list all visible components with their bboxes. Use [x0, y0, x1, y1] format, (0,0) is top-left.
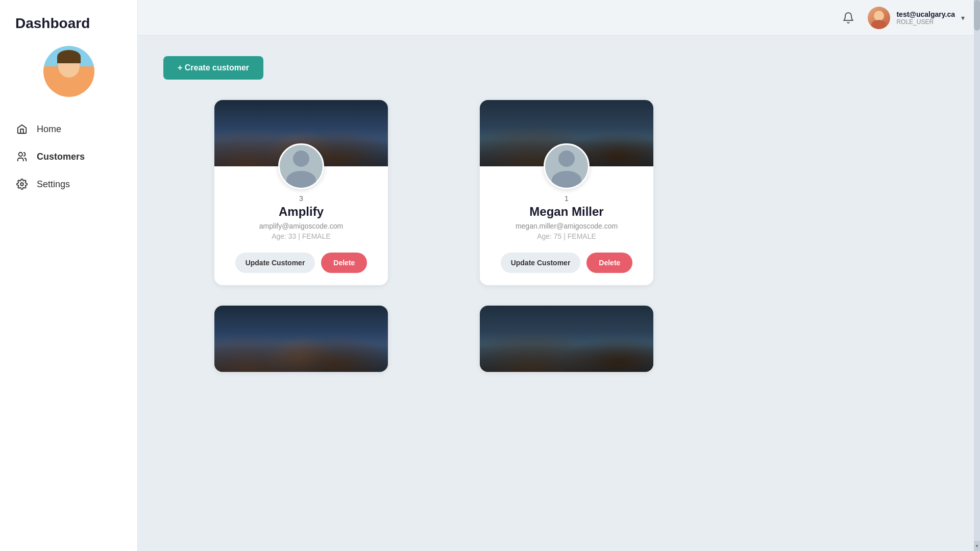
card-name-1: Megan Miller	[529, 205, 603, 219]
person-icon-0	[280, 143, 323, 189]
card-id-0: 3	[299, 194, 303, 203]
sidebar-nav: Home Customers Settings	[0, 115, 137, 198]
user-email: test@ucalgary.ca	[896, 10, 955, 18]
header: test@ucalgary.ca ROLE_USER ▾	[138, 0, 980, 36]
customer-cards-grid: 3 Amplify amplify@amigoscode.com Age: 33…	[163, 100, 954, 372]
scrollbar-thumb[interactable]	[974, 0, 980, 31]
delete-customer-button-0[interactable]: Delete	[321, 253, 367, 273]
user-info: test@ucalgary.ca ROLE_USER	[896, 10, 955, 26]
scrollbar-track: ▲ ▼	[974, 0, 980, 551]
sidebar-avatar-container	[0, 46, 137, 97]
card-meta-0: Age: 33 | FEMALE	[272, 232, 331, 240]
sidebar-item-label-customers: Customers	[37, 152, 85, 162]
customer-card-1: 1 Megan Miller megan.miller@amigoscode.c…	[480, 100, 653, 285]
home-icon	[15, 122, 29, 136]
sidebar-item-settings[interactable]: Settings	[0, 170, 137, 198]
card-body-0: 3 Amplify amplify@amigoscode.com Age: 33…	[214, 194, 388, 285]
card-avatar-wrapper-1	[480, 143, 653, 189]
card-email-1: megan.miller@amigoscode.com	[516, 222, 618, 230]
sidebar-item-label-home: Home	[37, 124, 61, 135]
update-customer-button-0[interactable]: Update Customer	[235, 253, 315, 273]
card-actions-0: Update Customer Delete	[235, 253, 368, 273]
card-meta-1: Age: 75 | FEMALE	[537, 232, 596, 240]
avatar	[43, 46, 94, 97]
sidebar-item-home[interactable]: Home	[0, 115, 137, 143]
main-area: test@ucalgary.ca ROLE_USER ▾ + Create cu…	[138, 0, 980, 551]
user-menu[interactable]: test@ucalgary.ca ROLE_USER ▾	[868, 7, 965, 29]
sidebar-title: Dashboard	[0, 15, 105, 32]
customer-card-0: 3 Amplify amplify@amigoscode.com Age: 33…	[214, 100, 388, 285]
card-actions-1: Update Customer Delete	[501, 253, 633, 273]
card-avatar-wrapper-0	[214, 143, 388, 189]
gear-icon	[15, 178, 29, 191]
delete-customer-button-1[interactable]: Delete	[586, 253, 632, 273]
scrollbar-arrow-down[interactable]: ▼	[974, 541, 980, 551]
customer-card-3	[480, 306, 653, 372]
card-body-1: 1 Megan Miller megan.miller@amigoscode.c…	[480, 194, 653, 285]
create-customer-button[interactable]: + Create customer	[163, 56, 263, 80]
card-avatar-1	[544, 143, 590, 189]
chevron-down-icon: ▾	[961, 14, 965, 22]
customer-card-2	[214, 306, 388, 372]
content-area: + Create customer 3 Amplify amplify@amig…	[138, 36, 980, 551]
sidebar-item-label-settings: Settings	[37, 179, 70, 190]
user-role: ROLE_USER	[896, 18, 955, 26]
users-icon	[15, 150, 29, 163]
sidebar: Dashboard Home Customers	[0, 0, 138, 551]
update-customer-button-1[interactable]: Update Customer	[501, 253, 581, 273]
person-icon-1	[545, 143, 588, 189]
card-name-0: Amplify	[279, 205, 324, 219]
card-email-0: amplify@amigoscode.com	[259, 222, 343, 230]
svg-point-0	[19, 153, 22, 156]
sidebar-item-customers[interactable]: Customers	[0, 143, 137, 170]
card-banner-2	[214, 306, 388, 372]
header-avatar	[868, 7, 890, 29]
card-id-1: 1	[565, 194, 569, 203]
card-avatar-0	[278, 143, 324, 189]
svg-point-1	[20, 183, 23, 186]
notification-bell[interactable]	[839, 9, 857, 27]
card-banner-3	[480, 306, 653, 372]
